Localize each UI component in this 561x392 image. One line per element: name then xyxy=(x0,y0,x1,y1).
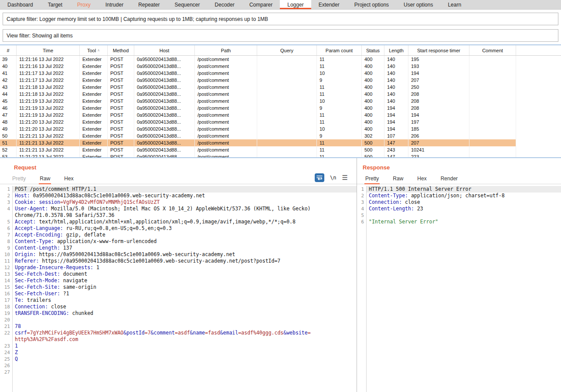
code-content: Accept: text/html,application/xhtml+xml,… xyxy=(12,219,357,225)
nav-tab-target[interactable]: Target xyxy=(41,0,70,9)
table-row[interactable]: 5011:21:21 13 Jul 2022ExtenderPOST0a9500… xyxy=(0,132,561,139)
cell-filler xyxy=(516,139,561,146)
table-row-selected[interactable]: 5111:21:21 13 Jul 2022ExtenderPOST0a9500… xyxy=(0,139,561,146)
column-header-tool[interactable]: Tool∧ xyxy=(80,45,108,55)
code-text: Content-Length: 23 xyxy=(369,206,561,212)
cell-path: /post/comment xyxy=(195,105,257,112)
column-header--[interactable]: # xyxy=(0,45,17,55)
column-header-path[interactable]: Path xyxy=(195,45,257,55)
response-tab-render[interactable]: Render xyxy=(440,176,459,184)
response-tab-hex[interactable]: Hex xyxy=(416,176,427,184)
newline-toggle[interactable]: \n xyxy=(330,175,336,181)
table-row[interactable]: 4411:21:18 13 Jul 2022ExtenderPOST0a9500… xyxy=(0,91,561,98)
line-number: 9 xyxy=(0,245,12,251)
code-line: 12Upgrade-Insecure-Requests: 1 xyxy=(0,264,357,271)
nav-tab-decoder[interactable]: Decoder xyxy=(207,0,242,9)
response-tab-raw[interactable]: Raw xyxy=(392,176,404,184)
response-title: Response xyxy=(363,164,561,171)
code-text: User-Agent: Mozilla/5.0 (Macintosh; Inte… xyxy=(15,206,320,219)
code-text: Accept-Encoding: gzip, deflate xyxy=(15,232,320,238)
code-text: "Internal Server Error" xyxy=(369,219,561,225)
table-row[interactable]: 4611:21:19 13 Jul 2022ExtenderPOST0a9500… xyxy=(0,105,561,112)
cell-query xyxy=(257,77,317,84)
column-header-method[interactable]: Method xyxy=(108,45,134,55)
cell-timer: 207 xyxy=(408,139,469,146)
request-tab-hex[interactable]: Hex xyxy=(63,176,74,184)
cell-timer: 194 xyxy=(408,70,469,77)
table-row[interactable]: 4111:21:17 13 Jul 2022ExtenderPOST0a9500… xyxy=(0,70,561,77)
nav-tab-intruder[interactable]: Intruder xyxy=(98,0,131,9)
table-row[interactable]: 4011:21:16 13 Jul 2022ExtenderPOST0a9500… xyxy=(0,63,561,70)
code-text: Connection: close xyxy=(15,304,320,310)
table-row[interactable]: 4211:21:17 13 Jul 2022ExtenderPOST0a9500… xyxy=(0,77,561,84)
table-row[interactable]: 4311:21:18 13 Jul 2022ExtenderPOST0a9500… xyxy=(0,84,561,91)
response-editor[interactable]: 1HTTP/1.1 500 Internal Server Error2Cont… xyxy=(357,186,561,392)
table-row[interactable]: 4811:21:20 13 Jul 2022ExtenderPOST0a9500… xyxy=(0,118,561,125)
request-tab-raw[interactable]: Raw xyxy=(39,176,51,184)
table-row[interactable]: 4511:21:19 13 Jul 2022ExtenderPOST0a9500… xyxy=(0,98,561,105)
request-tab-pretty[interactable]: Pretty xyxy=(11,176,27,184)
view-filter-bar[interactable]: View filter: Showing all items xyxy=(3,29,558,42)
nav-tab-extender[interactable]: Extender xyxy=(311,0,347,9)
code-text: tRANSFER-ENCODING: chunked xyxy=(15,310,320,317)
code-segment: text/html,application/xhtml+xml,applicat… xyxy=(36,219,295,225)
table-row[interactable]: 4711:21:19 13 Jul 2022ExtenderPOST0a9500… xyxy=(0,112,561,118)
table-row[interactable]: 3911:21:16 13 Jul 2022ExtenderPOST0a9500… xyxy=(0,56,561,63)
cell-filler xyxy=(516,118,561,125)
code-segment: same-origin xyxy=(60,284,96,290)
nav-tab-dashboard[interactable]: Dashboard xyxy=(0,0,41,9)
nav-tab-learn[interactable]: Learn xyxy=(440,0,469,9)
cell-path: /post/comment xyxy=(195,132,257,139)
code-segment: Accept-Language: xyxy=(15,225,63,231)
response-tab-pretty[interactable]: Pretty xyxy=(364,176,380,184)
column-header-host[interactable]: Host xyxy=(134,45,195,55)
nav-tab-user-options[interactable]: User options xyxy=(396,0,440,9)
nav-tab-comparer[interactable]: Comparer xyxy=(242,0,280,9)
table-row[interactable]: 5211:21:21 13 Jul 2022ExtenderPOST0a9500… xyxy=(0,146,561,153)
code-text: Te: trailers xyxy=(15,297,320,304)
line-number: 1 xyxy=(357,186,366,193)
column-header-query[interactable]: Query xyxy=(257,45,317,55)
code-content: Content-Length: 137 xyxy=(12,245,357,251)
line-number: 19 xyxy=(0,310,12,317)
cell-comment xyxy=(469,56,516,63)
table-row[interactable]: 4911:21:20 13 Jul 2022ExtenderPOST0a9500… xyxy=(0,125,561,132)
column-header-time[interactable]: Time xyxy=(17,45,80,55)
editor-menu-icon[interactable]: ☰ xyxy=(342,175,348,181)
code-line: 20 xyxy=(0,317,357,323)
column-header-comment[interactable]: Comment xyxy=(469,45,516,55)
column-header-param-count[interactable]: Param count xyxy=(317,45,362,55)
column-header-status[interactable]: Status xyxy=(362,45,384,55)
cell-tool: Extender xyxy=(80,146,108,153)
code-line: 5 xyxy=(357,212,561,219)
line-number: 14 xyxy=(0,277,12,284)
code-segment: Content-Length: xyxy=(369,206,414,212)
column-header-length[interactable]: Length xyxy=(384,45,408,55)
cell-status: 400 xyxy=(362,118,384,125)
cell-method: POST xyxy=(108,139,134,146)
code-line: 4Content-Length: 23 xyxy=(357,206,561,212)
cell-n: 53 xyxy=(0,153,17,157)
nav-tab-repeater[interactable]: Repeater xyxy=(131,0,167,9)
code-segment: Upgrade-Insecure-Requests: xyxy=(15,264,93,270)
line-number: 20 xyxy=(0,317,12,323)
nav-tab-sequencer[interactable]: Sequencer xyxy=(167,0,207,9)
cell-length: 194 xyxy=(384,118,408,125)
capture-filter-bar[interactable]: Capture filter: Logger memory limit set … xyxy=(3,13,558,25)
nav-tab-proxy[interactable]: Proxy xyxy=(70,0,98,9)
message-panels: Request PrettyRawHex \n ☰ 1POST xyxy=(0,158,561,392)
nav-tab-logger[interactable]: Logger xyxy=(280,0,311,9)
nav-tab-project-options[interactable]: Project options xyxy=(347,0,396,9)
cell-time: 11:21:19 13 Jul 2022 xyxy=(17,112,80,118)
code-line: 24Z xyxy=(0,349,357,356)
request-editor[interactable]: 1POST /post/comment HTTP/1.12Host: 0a950… xyxy=(0,186,357,392)
cell-query xyxy=(257,98,317,105)
cell-comment xyxy=(469,153,516,157)
line-number: 5 xyxy=(0,219,12,225)
line-number: 6 xyxy=(357,219,366,225)
cell-timer: 223 xyxy=(408,153,469,157)
table-row[interactable]: 5311:21:22 13 Jul 2022ExtenderPOST0a9500… xyxy=(0,153,561,157)
pretty-print-button[interactable] xyxy=(315,173,324,182)
cell-path: /post/comment xyxy=(195,63,257,70)
column-header-start-response-timer[interactable]: Start response timer xyxy=(408,45,469,55)
